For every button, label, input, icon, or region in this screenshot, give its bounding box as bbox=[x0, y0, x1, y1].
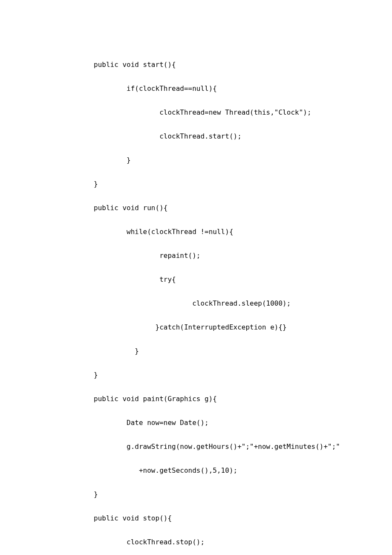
code-block: public void start(){ if(clockThread==nul… bbox=[94, 47, 341, 555]
code-line: } bbox=[94, 369, 341, 381]
code-line: } bbox=[94, 178, 341, 190]
code-line: repaint(); bbox=[94, 250, 341, 262]
code-line: g.drawString(now.getHours()+";"+now.getM… bbox=[94, 441, 341, 453]
code-line: } bbox=[94, 489, 341, 500]
code-line: } bbox=[94, 345, 341, 357]
code-line: clockThread=new Thread(this,"Clock"); bbox=[94, 107, 341, 119]
code-line: } bbox=[94, 154, 341, 166]
code-line: public void stop(){ bbox=[94, 512, 341, 524]
code-line: +now.getSeconds(),5,10); bbox=[94, 465, 341, 477]
code-line: public void start(){ bbox=[94, 59, 341, 71]
code-line: clockThread.sleep(1000); bbox=[94, 298, 341, 309]
code-line: }catch(InterruptedException e){} bbox=[94, 321, 341, 333]
code-line: public void run(){ bbox=[94, 202, 341, 214]
code-line: clockThread.start(); bbox=[94, 130, 341, 142]
code-line: if(clockThread==null){ bbox=[94, 83, 341, 95]
document-page: public void start(){ if(clockThread==nul… bbox=[0, 0, 392, 555]
code-line: try{ bbox=[94, 274, 341, 286]
code-line: while(clockThread !=null){ bbox=[94, 226, 341, 238]
code-line: clockThread.stop(); bbox=[94, 536, 341, 548]
code-line: Date now=new Date(); bbox=[94, 417, 341, 429]
code-line: public void paint(Graphics g){ bbox=[94, 393, 341, 405]
